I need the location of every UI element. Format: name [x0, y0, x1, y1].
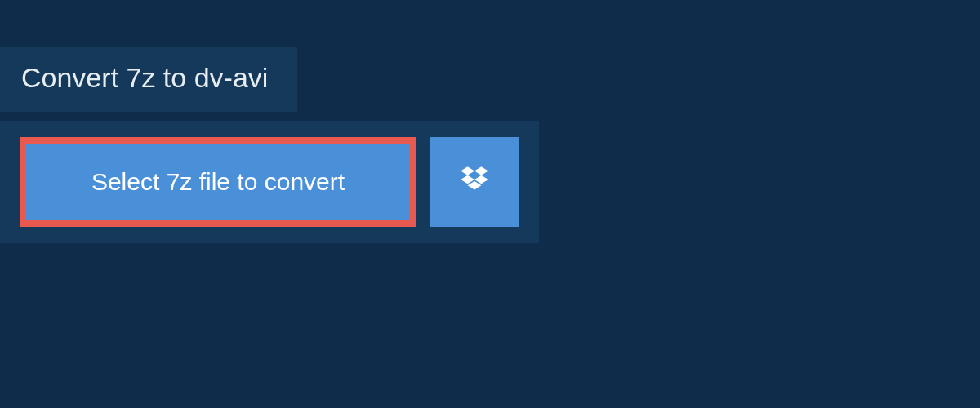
- select-file-label: Select 7z file to convert: [91, 168, 345, 196]
- dropbox-icon: [457, 163, 492, 201]
- select-file-button[interactable]: Select 7z file to convert: [20, 137, 416, 227]
- tab-header: Convert 7z to dv-avi: [0, 47, 297, 112]
- tab-convert[interactable]: Convert 7z to dv-avi: [0, 47, 297, 112]
- file-dropzone: Select 7z file to convert: [0, 121, 539, 243]
- dropbox-button[interactable]: [430, 137, 519, 227]
- tab-title: Convert 7z to dv-avi: [21, 62, 268, 93]
